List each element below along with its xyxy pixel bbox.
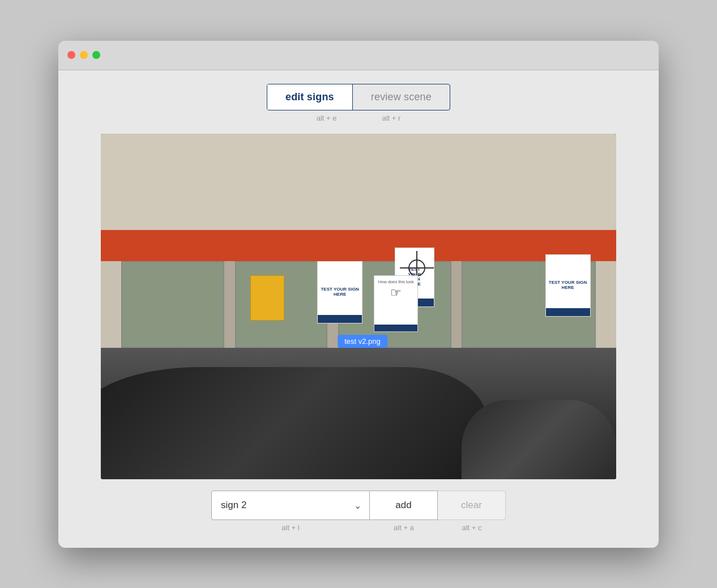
sign-right-bar bbox=[546, 308, 590, 316]
tabs-area: edit signs review scene alt + e alt + r bbox=[267, 84, 450, 122]
minimize-button[interactable] bbox=[80, 51, 88, 59]
store-top-wall bbox=[101, 134, 616, 231]
filename-label: test v2.png bbox=[338, 335, 387, 348]
glass-panel-1 bbox=[121, 261, 224, 348]
traffic-lights bbox=[67, 51, 100, 59]
sign-tooltip-bottom-bar bbox=[374, 325, 417, 331]
app-window: edit signs review scene alt + e alt + r bbox=[58, 41, 659, 548]
sign-right-text: TEST YOUR SIGN HERE bbox=[546, 278, 590, 293]
cars-area bbox=[101, 348, 616, 479]
controls-row: sign 1 sign 2 sign 3 ⌄ add clear bbox=[211, 491, 506, 520]
edit-signs-shortcut: alt + e bbox=[317, 114, 337, 122]
sign-right[interactable]: TEST YOUR SIGN HERE bbox=[545, 254, 591, 317]
sign-left-text: TEST YOUR SIGN HERE bbox=[318, 285, 362, 300]
scene-image[interactable]: TEST YOUR SIGN HERE TESTYOURSIGNHERE How… bbox=[101, 134, 616, 479]
car-right bbox=[462, 400, 616, 479]
tab-edit-signs[interactable]: edit signs bbox=[267, 84, 353, 110]
clear-button[interactable]: clear bbox=[438, 491, 506, 520]
sign-select-wrapper: sign 1 sign 2 sign 3 ⌄ bbox=[211, 491, 370, 520]
crosshair-circle bbox=[408, 259, 425, 276]
tab-review-scene[interactable]: review scene bbox=[353, 84, 450, 110]
main-content: edit signs review scene alt + e alt + r bbox=[58, 70, 659, 548]
sign-tooltip: How does this look ☞ bbox=[374, 275, 418, 332]
pillar-1 bbox=[224, 261, 234, 348]
sign-select[interactable]: sign 1 sign 2 sign 3 bbox=[212, 491, 369, 519]
pillar-3 bbox=[451, 261, 462, 348]
sign-left[interactable]: TEST YOUR SIGN HERE bbox=[317, 261, 362, 323]
select-shortcut: alt + l bbox=[211, 523, 370, 532]
add-button[interactable]: add bbox=[370, 491, 438, 520]
controls-shortcuts: alt + l alt + a alt + c bbox=[211, 523, 506, 532]
review-scene-shortcut: alt + r bbox=[382, 114, 400, 122]
sign-tooltip-text: How does this look bbox=[378, 279, 414, 285]
titlebar bbox=[58, 41, 659, 70]
tab-group: edit signs review scene bbox=[267, 84, 450, 110]
clear-shortcut: alt + c bbox=[438, 523, 506, 532]
orange-stripe bbox=[101, 230, 616, 261]
yellow-poster bbox=[250, 275, 284, 321]
close-button[interactable] bbox=[67, 51, 75, 59]
car-left bbox=[101, 367, 488, 479]
cursor-hand-icon: ☞ bbox=[390, 286, 402, 300]
maximize-button[interactable] bbox=[92, 51, 100, 59]
sign-left-bar bbox=[318, 315, 362, 323]
add-shortcut: alt + a bbox=[370, 523, 438, 532]
tab-shortcuts: alt + e alt + r bbox=[317, 114, 401, 122]
bottom-controls: sign 1 sign 2 sign 3 ⌄ add clear alt + l… bbox=[211, 491, 506, 532]
